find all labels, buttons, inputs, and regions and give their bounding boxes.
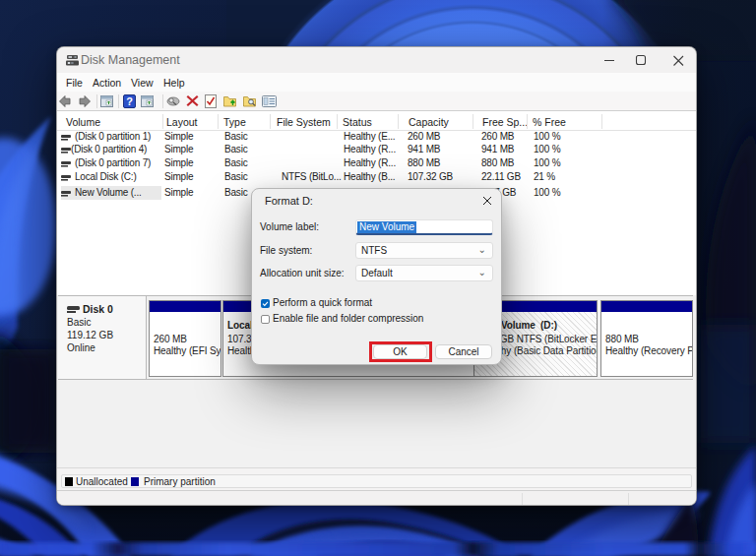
svg-text:?: ?: [126, 95, 133, 107]
